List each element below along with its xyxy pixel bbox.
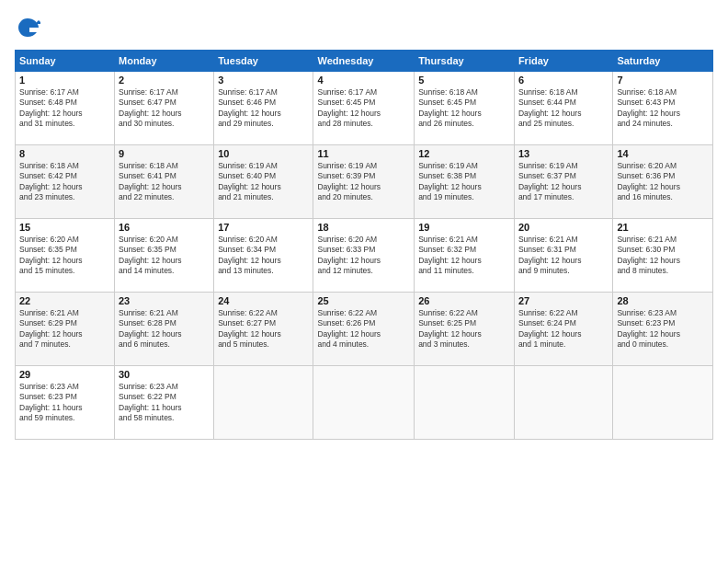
logo [15, 15, 44, 40]
day-number: 1 [19, 75, 110, 86]
day-number: 28 [617, 295, 709, 306]
day-info: Sunrise: 6:17 AMSunset: 6:48 PMDaylight:… [19, 87, 83, 128]
calendar-cell: 7Sunrise: 6:18 AMSunset: 6:43 PMDaylight… [613, 72, 713, 145]
day-info: Sunrise: 6:20 AMSunset: 6:33 PMDaylight:… [317, 235, 381, 275]
day-number: 7 [617, 75, 709, 86]
day-info: Sunrise: 6:18 AMSunset: 6:42 PMDaylight:… [19, 161, 83, 201]
calendar-cell: 10Sunrise: 6:19 AMSunset: 6:40 PMDayligh… [214, 145, 313, 219]
calendar-cell: 9Sunrise: 6:18 AMSunset: 6:41 PMDaylight… [115, 145, 214, 219]
day-number: 4 [317, 75, 410, 86]
calendar-cell: 27Sunrise: 6:22 AMSunset: 6:24 PMDayligh… [514, 293, 612, 366]
calendar-cell: 22Sunrise: 6:21 AMSunset: 6:29 PMDayligh… [16, 293, 115, 366]
day-info: Sunrise: 6:19 AMSunset: 6:40 PMDaylight:… [218, 161, 281, 201]
day-number: 5 [418, 75, 510, 86]
day-info: Sunrise: 6:21 AMSunset: 6:30 PMDaylight:… [617, 235, 680, 275]
day-number: 18 [317, 222, 410, 233]
day-info: Sunrise: 6:22 AMSunset: 6:26 PMDaylight:… [317, 308, 381, 349]
page: SundayMondayTuesdayWednesdayThursdayFrid… [0, 0, 728, 563]
day-info: Sunrise: 6:22 AMSunset: 6:27 PMDaylight:… [218, 308, 281, 349]
calendar-cell: 18Sunrise: 6:20 AMSunset: 6:33 PMDayligh… [313, 219, 415, 293]
header [15, 15, 713, 40]
day-number: 29 [19, 369, 110, 380]
weekday-header: Sunday [16, 51, 115, 72]
calendar-cell: 12Sunrise: 6:19 AMSunset: 6:38 PMDayligh… [415, 145, 515, 219]
day-info: Sunrise: 6:23 AMSunset: 6:22 PMDaylight:… [119, 382, 182, 422]
day-info: Sunrise: 6:20 AMSunset: 6:35 PMDaylight:… [119, 235, 182, 275]
day-number: 27 [518, 295, 609, 306]
day-number: 25 [317, 295, 410, 306]
day-info: Sunrise: 6:17 AMSunset: 6:47 PMDaylight:… [119, 87, 182, 128]
day-number: 22 [19, 295, 110, 306]
day-number: 8 [19, 148, 110, 159]
day-info: Sunrise: 6:19 AMSunset: 6:39 PMDaylight:… [317, 161, 381, 201]
day-number: 16 [119, 222, 210, 233]
weekday-header: Monday [115, 51, 214, 72]
calendar-cell: 21Sunrise: 6:21 AMSunset: 6:30 PMDayligh… [613, 219, 713, 293]
day-info: Sunrise: 6:17 AMSunset: 6:46 PMDaylight:… [218, 87, 281, 128]
day-info: Sunrise: 6:21 AMSunset: 6:31 PMDaylight:… [518, 235, 582, 275]
calendar-cell: 28Sunrise: 6:23 AMSunset: 6:23 PMDayligh… [613, 293, 713, 366]
logo-icon [15, 15, 40, 40]
weekday-header: Friday [514, 51, 612, 72]
day-number: 26 [418, 295, 510, 306]
day-number: 30 [119, 369, 210, 380]
calendar-week-row: 29Sunrise: 6:23 AMSunset: 6:23 PMDayligh… [16, 366, 713, 440]
calendar-week-row: 8Sunrise: 6:18 AMSunset: 6:42 PMDaylight… [16, 145, 713, 219]
calendar-cell: 5Sunrise: 6:18 AMSunset: 6:45 PMDaylight… [415, 72, 515, 145]
day-info: Sunrise: 6:22 AMSunset: 6:24 PMDaylight:… [518, 308, 582, 349]
day-number: 6 [518, 75, 609, 86]
calendar-cell: 6Sunrise: 6:18 AMSunset: 6:44 PMDaylight… [514, 72, 612, 145]
day-info: Sunrise: 6:17 AMSunset: 6:45 PMDaylight:… [317, 87, 381, 128]
calendar-week-row: 22Sunrise: 6:21 AMSunset: 6:29 PMDayligh… [16, 293, 713, 366]
calendar-cell: 8Sunrise: 6:18 AMSunset: 6:42 PMDaylight… [16, 145, 115, 219]
day-info: Sunrise: 6:19 AMSunset: 6:38 PMDaylight:… [418, 161, 482, 201]
weekday-header: Wednesday [313, 51, 415, 72]
weekday-header: Tuesday [214, 51, 313, 72]
day-info: Sunrise: 6:21 AMSunset: 6:29 PMDaylight:… [19, 308, 83, 349]
calendar-cell: 30Sunrise: 6:23 AMSunset: 6:22 PMDayligh… [115, 366, 214, 440]
calendar-cell: 17Sunrise: 6:20 AMSunset: 6:34 PMDayligh… [214, 219, 313, 293]
day-info: Sunrise: 6:21 AMSunset: 6:28 PMDaylight:… [119, 308, 182, 349]
calendar-cell: 13Sunrise: 6:19 AMSunset: 6:37 PMDayligh… [514, 145, 612, 219]
calendar-week-row: 15Sunrise: 6:20 AMSunset: 6:35 PMDayligh… [16, 219, 713, 293]
day-info: Sunrise: 6:18 AMSunset: 6:45 PMDaylight:… [418, 87, 482, 128]
calendar-cell [214, 366, 313, 440]
calendar-cell [613, 366, 713, 440]
day-info: Sunrise: 6:20 AMSunset: 6:35 PMDaylight:… [19, 235, 83, 275]
calendar-cell: 16Sunrise: 6:20 AMSunset: 6:35 PMDayligh… [115, 219, 214, 293]
calendar-cell: 14Sunrise: 6:20 AMSunset: 6:36 PMDayligh… [613, 145, 713, 219]
day-number: 12 [418, 148, 510, 159]
day-info: Sunrise: 6:21 AMSunset: 6:32 PMDaylight:… [418, 235, 482, 275]
calendar-header-row: SundayMondayTuesdayWednesdayThursdayFrid… [16, 51, 713, 72]
day-info: Sunrise: 6:23 AMSunset: 6:23 PMDaylight:… [617, 308, 680, 349]
day-info: Sunrise: 6:18 AMSunset: 6:43 PMDaylight:… [617, 87, 680, 128]
calendar-cell: 15Sunrise: 6:20 AMSunset: 6:35 PMDayligh… [16, 219, 115, 293]
calendar-cell: 2Sunrise: 6:17 AMSunset: 6:47 PMDaylight… [115, 72, 214, 145]
calendar-cell [313, 366, 415, 440]
day-number: 14 [617, 148, 709, 159]
calendar: SundayMondayTuesdayWednesdayThursdayFrid… [15, 50, 713, 440]
day-info: Sunrise: 6:18 AMSunset: 6:44 PMDaylight:… [518, 87, 582, 128]
calendar-cell: 3Sunrise: 6:17 AMSunset: 6:46 PMDaylight… [214, 72, 313, 145]
calendar-cell: 1Sunrise: 6:17 AMSunset: 6:48 PMDaylight… [16, 72, 115, 145]
day-number: 13 [518, 148, 609, 159]
day-number: 15 [19, 222, 110, 233]
day-info: Sunrise: 6:20 AMSunset: 6:34 PMDaylight:… [218, 235, 281, 275]
calendar-cell: 20Sunrise: 6:21 AMSunset: 6:31 PMDayligh… [514, 219, 612, 293]
day-number: 11 [317, 148, 410, 159]
day-number: 21 [617, 222, 709, 233]
day-info: Sunrise: 6:23 AMSunset: 6:23 PMDaylight:… [19, 382, 83, 422]
day-info: Sunrise: 6:19 AMSunset: 6:37 PMDaylight:… [518, 161, 582, 201]
calendar-cell: 24Sunrise: 6:22 AMSunset: 6:27 PMDayligh… [214, 293, 313, 366]
calendar-cell: 23Sunrise: 6:21 AMSunset: 6:28 PMDayligh… [115, 293, 214, 366]
weekday-header: Thursday [415, 51, 515, 72]
day-number: 19 [418, 222, 510, 233]
calendar-cell: 4Sunrise: 6:17 AMSunset: 6:45 PMDaylight… [313, 72, 415, 145]
calendar-cell: 26Sunrise: 6:22 AMSunset: 6:25 PMDayligh… [415, 293, 515, 366]
day-number: 2 [119, 75, 210, 86]
day-info: Sunrise: 6:18 AMSunset: 6:41 PMDaylight:… [119, 161, 182, 201]
calendar-cell [415, 366, 515, 440]
day-number: 23 [119, 295, 210, 306]
day-number: 9 [119, 148, 210, 159]
day-number: 3 [218, 75, 309, 86]
